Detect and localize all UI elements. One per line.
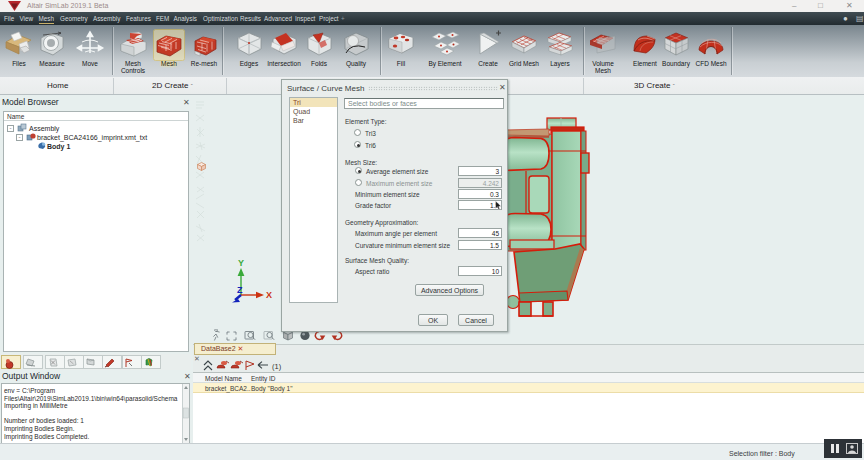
svg-text:(1): (1)	[272, 362, 282, 371]
svg-text:X: X	[266, 290, 272, 300]
svg-text:Y: Y	[238, 258, 244, 268]
svg-text:Z: Z	[237, 285, 243, 295]
